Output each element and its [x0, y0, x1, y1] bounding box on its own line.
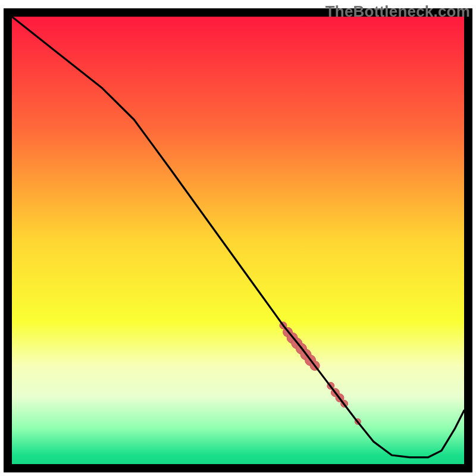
watermark-text: TheBottleneck.com — [325, 2, 470, 21]
chart-svg — [0, 0, 476, 476]
chart-stage: TheBottleneck.com — [0, 0, 476, 476]
plot-background — [12, 17, 464, 464]
